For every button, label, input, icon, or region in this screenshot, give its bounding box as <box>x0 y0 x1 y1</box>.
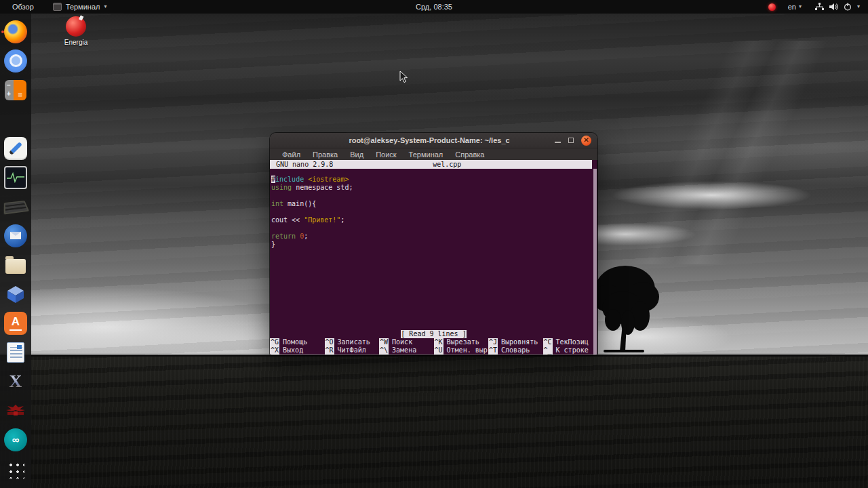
dock-item-virtualbox[interactable] <box>0 279 31 308</box>
shortcut-label: Вырезать <box>447 338 479 346</box>
code-token: main(){ <box>283 200 316 207</box>
power-icon <box>844 3 852 11</box>
shortcut-key: ^\ <box>379 346 389 354</box>
nano-shortcut: ^UОтмен. выр <box>434 346 489 354</box>
shortcut-label: Выровнять <box>501 338 538 346</box>
nano-shortcut: ^OЗаписать <box>325 338 380 346</box>
dock-item-x-app[interactable]: X <box>0 367 31 396</box>
shortcut-key: ^U <box>434 346 443 354</box>
code-token: <iostream> <box>308 176 349 183</box>
dock-item-oscilloscope[interactable] <box>0 163 31 192</box>
window-titlebar[interactable]: root@aleksey-System-Product-Name: ~/les_… <box>270 133 597 148</box>
top-bar: Обзор Терминал ▾ Срд, 08:35 en ▾ <box>0 0 868 14</box>
desktop-icon-energia[interactable]: Energia <box>57 16 95 46</box>
terminal-app-icon <box>53 3 62 11</box>
nano-filename: wel.cpp <box>433 161 461 169</box>
nano-shortcut: ^RЧитФайл <box>325 346 380 354</box>
virtualbox-cube-icon <box>4 283 27 306</box>
dock-item-color-tiles[interactable] <box>0 104 31 134</box>
thunderbird-icon <box>4 224 27 247</box>
code-token: ; <box>340 216 344 224</box>
shortcut-key: ^G <box>270 338 279 346</box>
wallpaper-field <box>0 355 868 488</box>
calculator-icon <box>5 80 26 100</box>
menubar-item-0[interactable]: Файл <box>276 150 307 159</box>
window-edge <box>597 160 597 354</box>
dock-item-keyboard-app[interactable] <box>0 192 31 221</box>
system-status-menu[interactable]: ▾ <box>815 3 860 11</box>
menubar-item-4[interactable]: Терминал <box>403 150 450 159</box>
dock-item-thunderbird[interactable] <box>0 221 31 250</box>
text-editor-icon <box>4 137 27 160</box>
nano-shortcut: ^XВыход <box>270 346 325 354</box>
shortcut-key: ^O <box>325 338 334 346</box>
code-line <box>271 224 597 232</box>
dock-item-eagle-game[interactable] <box>0 396 31 425</box>
shortcut-key: ^K <box>434 338 443 346</box>
activities-button[interactable]: Обзор <box>9 1 37 12</box>
color-tiles-icon <box>4 107 27 130</box>
energia-red-sphere-icon <box>66 16 86 37</box>
code-line <box>271 208 597 216</box>
keyboard-layout-button[interactable]: en ▾ <box>788 3 802 11</box>
shortcut-label: Отмен. выр <box>447 346 488 354</box>
menubar-item-5[interactable]: Справка <box>449 150 490 159</box>
shortcut-key: ^_ <box>543 346 553 354</box>
shortcut-label: Помощь <box>283 338 307 346</box>
dock-item-arduino[interactable]: ∞ <box>0 425 31 454</box>
code-line: cout << "Привет!"; <box>271 216 597 224</box>
arduino-infinity-icon: ∞ <box>4 428 27 451</box>
writer-document-icon <box>7 342 24 363</box>
dock-item-firefox[interactable] <box>0 17 31 46</box>
oscilloscope-icon <box>4 166 27 189</box>
keyboard-icon <box>4 201 29 214</box>
maximize-button[interactable] <box>568 138 574 143</box>
menubar-item-1[interactable]: Правка <box>307 150 344 159</box>
dock-item-show-applications[interactable] <box>0 455 31 484</box>
nano-shortcut: ^\Замена <box>379 346 434 354</box>
nano-shortcut: ^TСловарь <box>488 346 543 354</box>
terminal-text: #include <iostream>using nemespace std;i… <box>270 169 597 330</box>
menubar-item-2[interactable]: Вид <box>344 150 370 159</box>
code-token: int <box>271 200 283 207</box>
keyboard-layout-label: en <box>788 3 796 11</box>
nano-shortcut: ^CТекПозиц <box>543 338 598 346</box>
clock[interactable]: Срд, 08:35 <box>416 3 452 11</box>
shortcut-label: Словарь <box>501 346 530 354</box>
dock-item-files[interactable] <box>0 250 31 279</box>
menubar-item-3[interactable]: Поиск <box>370 150 402 159</box>
chevron-down-icon: ▾ <box>799 4 802 9</box>
nano-shortcut: ^JВыровнять <box>488 338 543 346</box>
screen-record-icon[interactable] <box>768 3 776 11</box>
desktop-icon-label: Energia <box>57 39 95 46</box>
shortcut-label: ЧитФайл <box>338 346 366 354</box>
code-token: include <box>275 176 304 183</box>
chevron-down-icon: ▾ <box>857 4 860 9</box>
app-menu-button[interactable]: Терминал ▾ <box>53 3 107 11</box>
shortcut-label: К строке <box>556 346 589 354</box>
terminal-screen[interactable]: GNU nano 2.9.8 wel.cpp #include <iostrea… <box>270 160 597 354</box>
window-title: root@aleksey-System-Product-Name: ~/les_… <box>270 136 548 144</box>
x-letter-icon: X <box>4 370 27 393</box>
dock-item-chromium[interactable] <box>0 46 31 75</box>
shortcut-key: ^X <box>270 346 279 354</box>
code-token: return <box>271 232 296 240</box>
close-button[interactable]: ✕ <box>581 136 591 146</box>
nano-shortcut: ^KВырезать <box>434 338 489 346</box>
shortcut-key: ^T <box>488 346 498 354</box>
eagle-emblem-icon <box>4 399 27 422</box>
dock-item-orange-a-app[interactable]: A <box>0 308 31 338</box>
code-token: "Привет!" <box>304 216 340 224</box>
dock-item-gedit[interactable] <box>0 134 31 163</box>
code-line: #include <iostream> <box>271 176 597 184</box>
dock-item-calculator[interactable] <box>0 75 31 104</box>
firefox-icon <box>4 20 27 43</box>
nano-status-message: [ Read 9 lines ] <box>401 330 466 338</box>
dock-item-libreoffice-writer[interactable] <box>0 338 31 367</box>
minimize-button[interactable] <box>555 142 561 143</box>
nano-shortcut: ^WПоиск <box>379 338 434 346</box>
shortcut-label: Записать <box>338 338 370 346</box>
shortcut-label: Поиск <box>392 338 412 346</box>
code-line: int main(){ <box>271 200 597 208</box>
app-menu-label: Терминал <box>66 3 100 11</box>
